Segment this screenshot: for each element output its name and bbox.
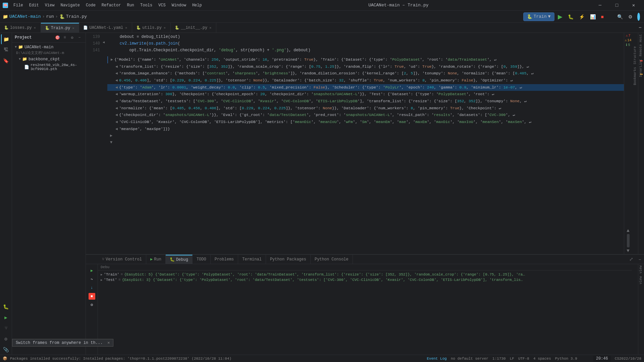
project-settings-btn[interactable]: ⚙ — [69, 34, 75, 41]
breadcrumb-file[interactable]: Train.py — [66, 14, 87, 19]
status-indent[interactable]: 4 spaces — [533, 357, 551, 361]
menu-navigate[interactable]: Navigate — [58, 2, 83, 8]
coverage-button[interactable]: ⚡ — [577, 13, 587, 20]
debug-button[interactable]: 🐛 — [566, 13, 576, 20]
profile-button[interactable]: 📊 — [588, 13, 598, 20]
fold-tri-1[interactable]: ▶ — [111, 57, 113, 63]
structure-label[interactable]: Structure — [633, 46, 637, 64]
tab-utils-close[interactable]: ✕ — [163, 26, 166, 30]
sidebar-icon-git[interactable]: ⑂ — [1, 323, 11, 333]
data-line-5: ◀ {'type': 'Adam', 'lr': 0.0001, 'weight… — [107, 84, 624, 91]
tree-item-res2net[interactable]: 📄 res2net50_v1b_26w_4s-3cf99910.pth — [12, 62, 86, 72]
sidebar-icon-bookmarks[interactable]: 🔖 — [1, 56, 11, 66]
menu-tools[interactable]: Tools — [138, 2, 155, 8]
menu-help[interactable]: Help — [190, 2, 205, 8]
sidebar-icon-run[interactable]: ▶ — [1, 312, 11, 322]
breadcrumb-root[interactable]: UACANet-main — [9, 14, 41, 19]
var-row-test[interactable]: ▶ 'Test' = {EasyDict: 3} {'Dataset': {'t… — [98, 277, 632, 283]
fold-collapse-icon[interactable]: ▼ — [110, 139, 112, 146]
sidebar-icon-bookmark2[interactable]: 📎 — [1, 345, 11, 355]
scroll-down-icon[interactable]: ▼ — [627, 248, 629, 253]
data-line-10: ◀ 'CVC-ClinicDB', 'Kvasir', 'CVC-ColonDB… — [107, 119, 624, 126]
status-lang[interactable]: Python 3.9 — [555, 357, 577, 361]
project-locate-btn[interactable]: 🎯 — [54, 34, 61, 41]
tab-python-packages[interactable]: Python Packages — [266, 255, 311, 264]
debug-step-over-btn[interactable]: ↷ — [88, 276, 96, 283]
scroll-thumb[interactable] — [627, 234, 630, 247]
menu-refactor[interactable]: Refactor — [99, 2, 124, 8]
tab-run[interactable]: ▶ Run — [146, 255, 166, 264]
project-collapse-btn[interactable]: ≡ — [61, 34, 68, 41]
menu-view[interactable]: View — [42, 2, 57, 8]
fold-icon-140[interactable]: ◀ — [103, 40, 107, 47]
project-hide-btn[interactable]: – — [76, 34, 83, 41]
breadcrumb-run: run — [46, 14, 54, 19]
clock-time: 20:46 — [596, 356, 608, 361]
tab-python-console[interactable]: Python Console — [311, 255, 353, 264]
debug-resume-btn[interactable]: ▶ — [88, 267, 96, 274]
status-position[interactable]: 1:1730 — [492, 357, 506, 361]
tree-root[interactable]: ▼ 📁 UACANet-main — [12, 44, 86, 50]
fold-expand-icon[interactable]: ▶ — [110, 132, 112, 139]
menu-vcs[interactable]: VCS — [156, 2, 168, 8]
sidebar-icon-structure[interactable]: 🏗 — [1, 45, 11, 55]
sonarlint-label[interactable]: SonarLint — [638, 58, 644, 78]
tree-item-backbone[interactable]: ▼ 📁 backbone_ckpt — [12, 56, 86, 62]
bottom-maximize-icon[interactable]: ⤢ — [627, 256, 636, 262]
status-encoding[interactable]: UTF-8 — [518, 357, 529, 361]
close-button[interactable]: ✕ — [626, 0, 641, 11]
status-linesep[interactable]: LF — [510, 357, 514, 361]
tree-root-label: UACANet-main — [24, 45, 53, 50]
tab-problems[interactable]: Problems — [211, 255, 238, 264]
menu-run[interactable]: Run — [124, 2, 137, 8]
sidebar-icon-project[interactable]: 📁 — [1, 34, 11, 44]
tab-terminal[interactable]: Terminal — [238, 255, 266, 264]
run-config-button[interactable]: 🐍 Train ▼ — [523, 12, 554, 21]
scroll-up-icon[interactable]: ▲ — [627, 228, 629, 233]
tab-init[interactable]: 🐍 __init__.py ✕ — [171, 23, 216, 33]
event-log-label[interactable]: Event Log — [427, 357, 446, 361]
code-editor[interactable]: debout = debug_title(out) cv2.imwrite(os… — [107, 33, 624, 254]
search-button[interactable]: 🔍 — [615, 13, 625, 20]
settings-button[interactable]: ⚙ — [626, 13, 635, 20]
tab-losses-close[interactable]: ✕ — [33, 26, 37, 30]
breadcrumb-file-icon: 🐍 — [59, 14, 65, 19]
tab-debug[interactable]: 🐛 Debug — [166, 255, 193, 264]
menu-file[interactable]: File — [11, 2, 26, 8]
tab-losses[interactable]: 🐍 losses.py ✕ — [0, 23, 41, 33]
tab-yaml-icon: 📄 — [83, 25, 88, 30]
tab-init-close[interactable]: ✕ — [209, 26, 212, 30]
tab-todo[interactable]: TODO — [193, 255, 211, 264]
debug-settings-btn[interactable]: ⚙ — [88, 301, 96, 308]
tree-backbone-label: backbone_ckpt — [29, 57, 60, 62]
tab-train[interactable]: 🐍 Train.py ✕ — [41, 23, 79, 33]
run-button[interactable]: ▶ — [556, 12, 565, 21]
tab-version-control[interactable]: ⑂ Version Control — [98, 255, 146, 264]
app-window: 🧠 File Edit View Navigate Code Refactor … — [0, 0, 644, 362]
sidebar-icon-settings[interactable]: ⚙ — [1, 334, 11, 344]
var-row-train[interactable]: ▶ 'Train' = {EasyDict: 5} {'Dataset': {'… — [98, 272, 632, 277]
menu-code[interactable]: Code — [83, 2, 98, 8]
switch-frames-popup: Switch frames from anywhere in th... ✕ — [12, 339, 113, 347]
stop-button[interactable]: ■ — [599, 13, 606, 20]
remote-host-label[interactable]: Remote Host — [638, 33, 644, 58]
tab-utils[interactable]: 🐍 utils.py ✕ — [132, 23, 171, 33]
debug-remote-label[interactable]: view — [638, 264, 644, 275]
bottom-close-icon[interactable]: – — [636, 257, 644, 262]
minimize-button[interactable]: ─ — [592, 0, 608, 11]
menu-edit[interactable]: Edit — [26, 2, 42, 8]
tab-more[interactable]: ⋯ — [636, 25, 644, 30]
sidebar-icon-debug[interactable]: 🐛 — [1, 302, 11, 312]
tab-train-close[interactable]: ✕ — [71, 26, 75, 30]
menu-window[interactable]: Window — [169, 2, 189, 8]
tab-yaml-close[interactable]: ✕ — [124, 26, 128, 30]
debug-sonar-label[interactable]: view — [638, 275, 644, 286]
status-notification-icon: 📦 — [3, 356, 7, 361]
bookmarks-label[interactable]: Bookmarks — [633, 67, 637, 85]
tab-yaml[interactable]: 📄 UACANet-L.yaml ✕ — [79, 23, 132, 33]
res2net-file-icon: 📄 — [24, 65, 29, 70]
switch-frames-close-btn[interactable]: ✕ — [107, 340, 110, 345]
debug-step-into-btn[interactable]: ↓ — [88, 284, 96, 292]
debug-stop-btn[interactable]: ■ — [89, 293, 95, 300]
maximize-button[interactable]: □ — [609, 0, 625, 11]
